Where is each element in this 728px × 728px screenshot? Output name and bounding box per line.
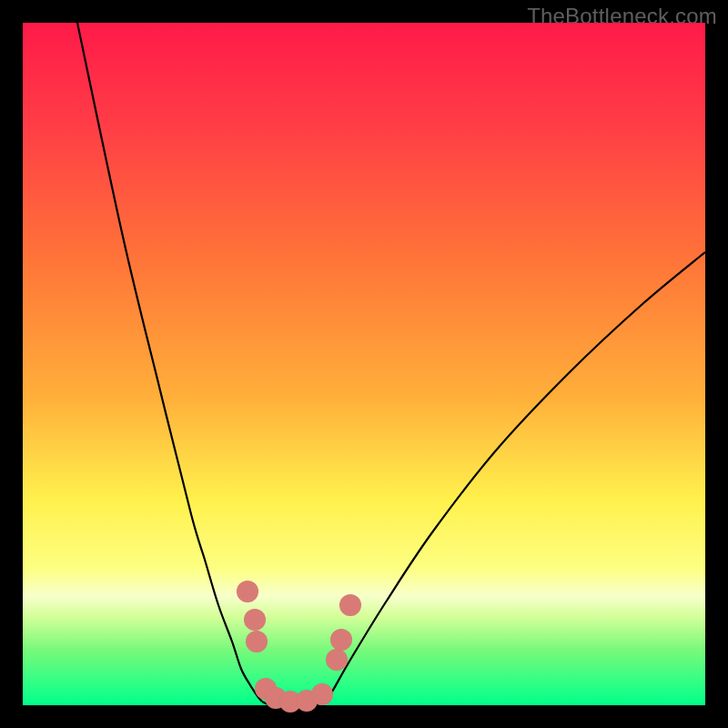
- data-marker: [311, 683, 333, 705]
- curve-left: [77, 23, 262, 702]
- markers-group: [237, 581, 361, 713]
- data-marker: [237, 581, 258, 602]
- curve-group: [77, 23, 705, 705]
- data-marker: [244, 609, 266, 631]
- curve-right: [325, 252, 705, 702]
- chart-frame: TheBottleneck.com: [0, 0, 728, 728]
- data-marker: [339, 594, 361, 616]
- chart-svg: [23, 23, 705, 705]
- data-marker: [326, 649, 348, 671]
- data-marker: [246, 631, 268, 652]
- data-marker: [330, 629, 352, 651]
- plot-area: [23, 23, 705, 705]
